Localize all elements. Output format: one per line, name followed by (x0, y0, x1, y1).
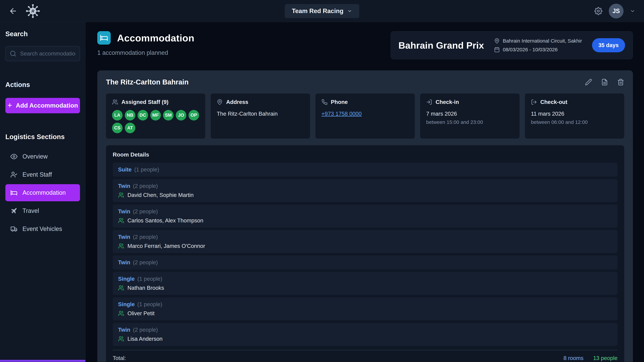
room-details-panel: Room Details Suite(1 people)Twin(2 peopl… (106, 145, 624, 362)
plus-icon: + (8, 101, 12, 109)
sidebar-item-label: Event Staff (22, 171, 52, 178)
sidebar: Search Actions + Add Accommodation Logis… (0, 22, 86, 362)
occupants-icon (118, 218, 124, 224)
sidebar-item-event-staff[interactable]: Event Staff (5, 166, 80, 183)
staff-avatar[interactable]: LA (112, 110, 122, 120)
room-type: Twin (118, 183, 130, 189)
sidebar-item-travel[interactable]: Travel (5, 202, 80, 219)
room-occupants: David Chen, Sophie Martin (128, 192, 194, 198)
occupants-icon (118, 243, 124, 249)
event-dates: 08/03/2026 - 10/03/2026 (503, 47, 558, 52)
room-type: Twin (118, 208, 130, 215)
address-card: Address The Ritz-Carlton Bahrain (211, 93, 310, 139)
staff-avatars: LANBDCMFSMJOOPCSAT (112, 110, 199, 133)
check-in-icon (426, 99, 432, 105)
room-capacity: (1 people) (137, 276, 162, 282)
user-menu-chevron-icon[interactable] (630, 8, 635, 14)
logistics-sections-heading: Logistics Sections (5, 133, 80, 141)
accommodation-card: The Ritz-Carlton Bahrain Assigned Staff … (97, 70, 633, 362)
staff-avatar[interactable]: CS (112, 123, 122, 133)
room-row: Twin(2 people) (113, 255, 618, 270)
occupants-icon (118, 336, 124, 342)
room-capacity: (2 people) (133, 183, 158, 189)
address-value: The Ritz-Carlton Bahrain (217, 111, 304, 117)
document-icon[interactable] (601, 79, 608, 86)
sidebar-bottom-accent (0, 360, 85, 362)
total-label: Total: (113, 355, 126, 361)
page-title: Accommodation (117, 32, 194, 43)
occupants-icon (118, 192, 124, 198)
back-icon[interactable] (9, 7, 18, 15)
sidebar-item-label: Accommodation (22, 189, 66, 196)
room-type: Single (118, 276, 135, 282)
staff-avatar[interactable]: SM (163, 110, 174, 120)
top-bar: R Team Red Racing JS (0, 0, 644, 22)
bed-icon (10, 189, 18, 196)
event-duration-badge[interactable]: 35 days (592, 38, 625, 52)
check-out-icon (531, 99, 537, 105)
edit-icon[interactable] (585, 79, 592, 86)
phone-link[interactable]: +973 1758 0000 (322, 111, 362, 117)
room-type: Twin (118, 327, 130, 333)
check-out-window: between 06:00 and 12:00 (531, 119, 618, 125)
sidebar-item-overview[interactable]: Overview (5, 148, 80, 165)
room-capacity: (2 people) (133, 259, 158, 266)
phone-icon (322, 99, 328, 105)
total-people: 13 people (593, 355, 618, 361)
staff-icon (112, 99, 118, 105)
room-type: Twin (118, 234, 130, 240)
room-row: Single(1 people)Oliver Petit (113, 297, 618, 321)
calendar-icon (494, 47, 500, 52)
app-logo-icon: R (25, 3, 40, 19)
assigned-staff-card: Assigned Staff (9) LANBDCMFSMJOOPCSAT (106, 93, 205, 139)
team-selector[interactable]: Team Red Racing (285, 4, 359, 18)
assigned-staff-label: Assigned Staff (9) (122, 99, 168, 105)
staff-avatar[interactable]: AT (125, 123, 135, 133)
add-accommodation-button[interactable]: + Add Accommodation (5, 98, 80, 113)
check-in-label: Check-in (436, 99, 459, 105)
check-in-date: 7 mars 2026 (426, 111, 513, 117)
room-row: Twin(2 people)Marco Ferrari, James O'Con… (113, 230, 618, 253)
check-in-window: between 15:00 and 23:00 (426, 119, 513, 125)
room-list: Suite(1 people)Twin(2 people)David Chen,… (113, 163, 618, 346)
room-occupants: Marco Ferrari, James O'Connor (128, 243, 205, 249)
sidebar-item-label: Travel (22, 207, 39, 214)
room-type: Suite (118, 166, 132, 173)
sidebar-item-label: Event Vehicles (22, 225, 62, 232)
room-occupants: Lisa Anderson (128, 336, 162, 342)
room-capacity: (1 people) (137, 301, 162, 308)
staff-avatar[interactable]: DC (138, 110, 148, 120)
sidebar-item-label: Overview (22, 153, 48, 160)
user-avatar[interactable]: JS (609, 4, 624, 18)
settings-gear-icon[interactable] (594, 7, 602, 15)
check-out-date: 11 mars 2026 (531, 111, 618, 117)
search-input[interactable] (5, 46, 80, 61)
room-occupants: Carlos Santos, Alex Thompson (128, 217, 203, 224)
room-capacity: (2 people) (133, 234, 158, 240)
total-rooms: 8 rooms (564, 355, 584, 361)
sidebar-item-event-vehicles[interactable]: Event Vehicles (5, 220, 80, 238)
occupants-icon (118, 285, 124, 291)
check-out-card: Check-out 11 mars 2026 between 06:00 and… (525, 93, 624, 139)
room-row: Suite(1 people) (113, 163, 618, 177)
team-name: Team Red Racing (292, 7, 344, 14)
event-card: Bahrain Grand Prix Bahrain International… (390, 31, 633, 59)
room-type: Single (118, 301, 135, 308)
search-heading: Search (5, 30, 80, 38)
staff-avatar[interactable]: MF (150, 110, 161, 120)
user-check-icon (10, 171, 18, 178)
total-row: Total: 8 rooms 13 people (113, 350, 618, 362)
room-details-heading: Room Details (113, 151, 618, 158)
room-capacity: (2 people) (133, 208, 158, 215)
event-name: Bahrain Grand Prix (398, 40, 484, 51)
room-capacity: (2 people) (133, 327, 158, 333)
staff-avatar[interactable]: OP (188, 110, 199, 120)
delete-icon[interactable] (617, 79, 624, 86)
staff-avatar[interactable]: JO (176, 110, 186, 120)
eye-icon (10, 153, 18, 160)
logistics-nav: OverviewEvent StaffAccommodationTravelEv… (5, 148, 80, 238)
staff-avatar[interactable]: NB (125, 110, 135, 120)
room-row: Twin(2 people)Lisa Anderson (113, 323, 618, 346)
sidebar-item-accommodation[interactable]: Accommodation (5, 184, 80, 201)
phone-label: Phone (331, 99, 348, 105)
